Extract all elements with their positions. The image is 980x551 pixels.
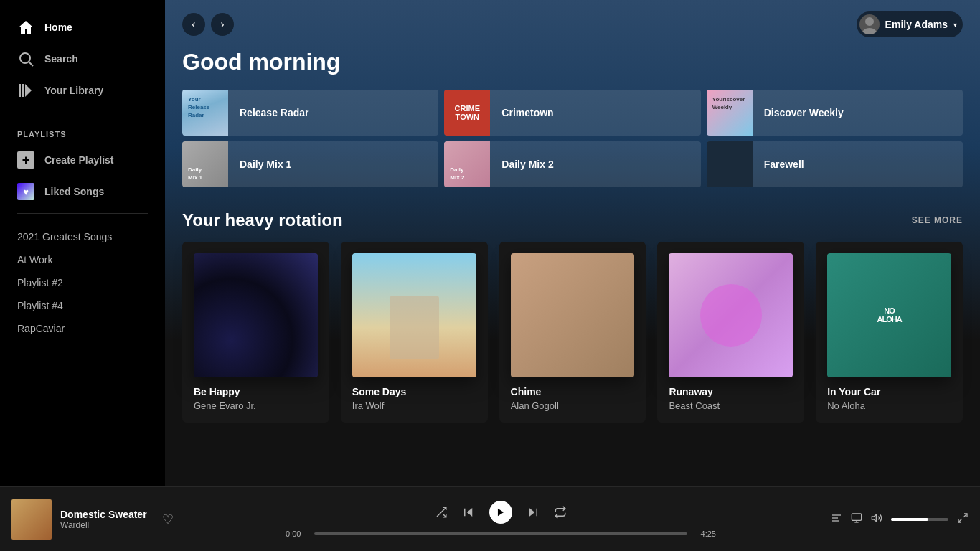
quick-item-img-crimetown xyxy=(444,90,490,136)
sidebar-home-label: Home xyxy=(44,22,72,33)
playlist-item-4[interactable]: Playlist #4 xyxy=(0,294,165,317)
create-playlist-button[interactable]: + Create Playlist xyxy=(0,144,165,176)
quick-item-discover-weekly[interactable]: Discover Weekly xyxy=(707,90,963,136)
svg-marker-8 xyxy=(498,508,504,516)
like-button[interactable]: ♡ xyxy=(159,509,176,530)
quick-item-daily-mix-2[interactable]: Daily Mix 2 xyxy=(444,141,700,187)
user-name: Emily Adams xyxy=(885,19,948,30)
quick-item-label-daily-mix-1: Daily Mix 1 xyxy=(228,159,303,170)
track-name: Domestic Sweater xyxy=(60,509,151,520)
playlist-item-2[interactable]: At Work xyxy=(0,248,165,271)
cards-grid-rotation: Be Happy Gene Evaro Jr. Some Days Ira Wo… xyxy=(182,242,963,423)
next-button[interactable] xyxy=(527,506,540,519)
lyrics-button[interactable] xyxy=(831,512,842,527)
svg-point-3 xyxy=(862,28,877,34)
section-title-rotation: Your heavy rotation xyxy=(182,210,343,230)
progress-track[interactable] xyxy=(314,532,687,535)
devices-button[interactable] xyxy=(851,512,862,527)
playlist-item-1[interactable]: 2021 Greatest Songs xyxy=(0,225,165,248)
card-img-some-days xyxy=(352,253,476,377)
card-img-be-happy xyxy=(194,253,318,377)
quick-item-label-discover-weekly: Discover Weekly xyxy=(753,107,855,118)
home-icon xyxy=(17,19,34,36)
card-title-chime: Chime xyxy=(511,386,635,397)
time-total: 4:25 xyxy=(693,529,716,538)
sidebar-item-home[interactable]: Home xyxy=(0,11,165,43)
back-button[interactable]: ‹ xyxy=(182,13,205,36)
card-artist-runaway: Beast Coast xyxy=(669,400,793,411)
quick-item-release-radar[interactable]: Release Radar xyxy=(182,90,438,136)
svg-line-19 xyxy=(958,519,962,522)
liked-songs-button[interactable]: ♥ Liked Songs xyxy=(0,176,165,207)
sidebar-divider xyxy=(17,118,148,118)
heart-icon: ♥ xyxy=(17,183,34,200)
sidebar-search-label: Search xyxy=(44,53,78,65)
avatar xyxy=(859,14,880,34)
card-be-happy[interactable]: Be Happy Gene Evaro Jr. xyxy=(182,242,329,423)
svg-marker-9 xyxy=(529,508,535,517)
svg-rect-14 xyxy=(852,514,861,520)
quick-item-img-release-radar xyxy=(182,90,228,136)
card-artist-in-your-car: No Aloha xyxy=(827,400,951,411)
fullscreen-button[interactable] xyxy=(957,512,969,527)
card-chime[interactable]: Chime Alan Gogoll xyxy=(499,242,646,423)
volume-bar[interactable] xyxy=(891,518,948,521)
playlists-header: PLAYLISTS xyxy=(0,124,165,144)
quick-item-label-daily-mix-2: Daily Mix 2 xyxy=(490,159,565,170)
time-current: 0:00 xyxy=(286,529,308,538)
sidebar-item-library[interactable]: Your Library xyxy=(0,75,165,106)
card-some-days[interactable]: Some Days Ira Wolf xyxy=(341,242,488,423)
card-img-runaway xyxy=(669,253,793,377)
track-info: Domestic Sweater Wardell xyxy=(60,509,151,530)
previous-button[interactable] xyxy=(462,506,475,519)
card-artist-some-days: Ira Wolf xyxy=(352,400,476,411)
svg-point-2 xyxy=(865,17,874,26)
volume-button[interactable] xyxy=(871,512,882,527)
liked-songs-label: Liked Songs xyxy=(44,186,104,197)
playlist-item-3[interactable]: Playlist #2 xyxy=(0,271,165,294)
search-icon xyxy=(17,50,34,67)
svg-line-1 xyxy=(29,62,34,67)
card-artist-chime: Alan Gogoll xyxy=(511,400,635,411)
plus-icon: + xyxy=(17,151,34,169)
svg-line-18 xyxy=(963,514,967,517)
sidebar: Home Search Your Library xyxy=(0,0,165,486)
svg-marker-17 xyxy=(872,514,876,521)
card-title-in-your-car: In Your Car xyxy=(827,386,951,397)
now-playing-track: Domestic Sweater Wardell ♡ xyxy=(11,499,176,540)
sidebar-nav: Home Search Your Library xyxy=(0,6,165,112)
quick-item-farewell[interactable]: Farewell xyxy=(707,141,963,187)
quick-item-label-crimetown: Crimetown xyxy=(490,107,565,118)
card-in-your-car[interactable]: NOALOHA In Your Car No Aloha xyxy=(816,242,963,423)
library-icon xyxy=(17,82,34,99)
repeat-button[interactable] xyxy=(554,506,567,519)
section-header-rotation: Your heavy rotation SEE MORE xyxy=(182,210,963,230)
sidebar-item-search[interactable]: Search xyxy=(0,43,165,75)
top-bar: ‹ › Emily Adams ▾ xyxy=(165,0,980,49)
card-title-runaway: Runaway xyxy=(669,386,793,397)
track-thumbnail xyxy=(11,499,52,540)
progress-bar[interactable]: 0:00 4:25 xyxy=(286,529,716,538)
see-more-button[interactable]: SEE MORE xyxy=(912,215,963,225)
quick-item-label-release-radar: Release Radar xyxy=(228,107,321,118)
user-profile[interactable]: Emily Adams ▾ xyxy=(857,11,963,37)
sidebar-library-label: Your Library xyxy=(44,85,103,96)
quick-item-img-discover-weekly xyxy=(707,90,753,136)
quick-item-label-farewell: Farewell xyxy=(753,159,816,170)
card-title-be-happy: Be Happy xyxy=(194,386,318,397)
shuffle-button[interactable] xyxy=(435,506,448,519)
playlist-item-5[interactable]: RapCaviar xyxy=(0,317,165,340)
main-content: ‹ › Emily Adams ▾ Good morning xyxy=(165,0,980,486)
card-runaway[interactable]: Runaway Beast Coast xyxy=(657,242,804,423)
nav-buttons: ‹ › xyxy=(182,13,234,36)
svg-point-0 xyxy=(20,53,30,63)
now-playing-bar: Domestic Sweater Wardell ♡ xyxy=(0,486,980,551)
forward-button[interactable]: › xyxy=(211,13,234,36)
player-controls: 0:00 4:25 xyxy=(188,501,814,538)
page-title: Good morning xyxy=(182,49,963,75)
control-buttons xyxy=(435,501,567,524)
quick-item-crimetown[interactable]: Crimetown xyxy=(444,90,700,136)
play-button[interactable] xyxy=(489,501,512,524)
card-img-chime xyxy=(511,253,635,377)
quick-item-daily-mix-1[interactable]: Daily Mix 1 xyxy=(182,141,438,187)
